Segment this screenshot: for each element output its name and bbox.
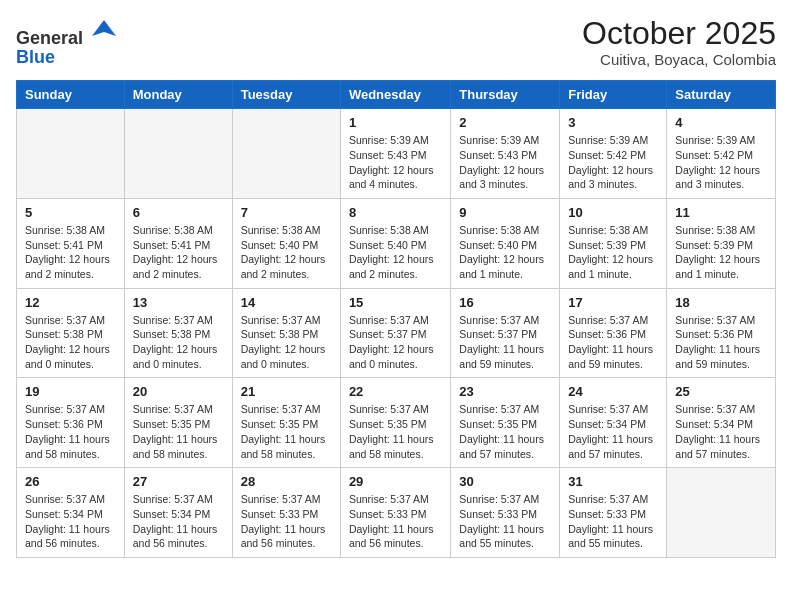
day-cell: 14Sunrise: 5:37 AM Sunset: 5:38 PM Dayli… [232,288,340,378]
day-info: Sunrise: 5:38 AM Sunset: 5:40 PM Dayligh… [349,223,442,282]
day-cell: 23Sunrise: 5:37 AM Sunset: 5:35 PM Dayli… [451,378,560,468]
day-number: 7 [241,205,332,220]
week-row-1: 1Sunrise: 5:39 AM Sunset: 5:43 PM Daylig… [17,109,776,199]
day-number: 10 [568,205,658,220]
day-number: 3 [568,115,658,130]
day-number: 31 [568,474,658,489]
day-info: Sunrise: 5:37 AM Sunset: 5:35 PM Dayligh… [459,402,551,461]
day-number: 18 [675,295,767,310]
day-info: Sunrise: 5:37 AM Sunset: 5:33 PM Dayligh… [568,492,658,551]
day-number: 28 [241,474,332,489]
week-row-3: 12Sunrise: 5:37 AM Sunset: 5:38 PM Dayli… [17,288,776,378]
day-number: 25 [675,384,767,399]
day-info: Sunrise: 5:38 AM Sunset: 5:40 PM Dayligh… [241,223,332,282]
day-cell [17,109,125,199]
day-info: Sunrise: 5:37 AM Sunset: 5:37 PM Dayligh… [349,313,442,372]
day-cell: 30Sunrise: 5:37 AM Sunset: 5:33 PM Dayli… [451,468,560,558]
day-header-saturday: Saturday [667,81,776,109]
day-cell: 7Sunrise: 5:38 AM Sunset: 5:40 PM Daylig… [232,198,340,288]
day-header-wednesday: Wednesday [340,81,450,109]
day-cell: 10Sunrise: 5:38 AM Sunset: 5:39 PM Dayli… [560,198,667,288]
day-info: Sunrise: 5:39 AM Sunset: 5:42 PM Dayligh… [568,133,658,192]
day-cell: 5Sunrise: 5:38 AM Sunset: 5:41 PM Daylig… [17,198,125,288]
day-info: Sunrise: 5:37 AM Sunset: 5:38 PM Dayligh… [241,313,332,372]
day-cell: 22Sunrise: 5:37 AM Sunset: 5:35 PM Dayli… [340,378,450,468]
day-info: Sunrise: 5:37 AM Sunset: 5:34 PM Dayligh… [25,492,116,551]
month-title: October 2025 [582,16,776,51]
day-cell: 27Sunrise: 5:37 AM Sunset: 5:34 PM Dayli… [124,468,232,558]
day-info: Sunrise: 5:39 AM Sunset: 5:43 PM Dayligh… [459,133,551,192]
day-info: Sunrise: 5:39 AM Sunset: 5:43 PM Dayligh… [349,133,442,192]
day-cell [232,109,340,199]
week-row-4: 19Sunrise: 5:37 AM Sunset: 5:36 PM Dayli… [17,378,776,468]
day-number: 5 [25,205,116,220]
day-header-sunday: Sunday [17,81,125,109]
day-info: Sunrise: 5:37 AM Sunset: 5:36 PM Dayligh… [568,313,658,372]
location: Cuitiva, Boyaca, Colombia [582,51,776,68]
day-info: Sunrise: 5:38 AM Sunset: 5:41 PM Dayligh… [25,223,116,282]
day-number: 17 [568,295,658,310]
logo-icon [90,16,118,44]
day-header-friday: Friday [560,81,667,109]
day-cell [667,468,776,558]
page-header: General Blue October 2025 Cuitiva, Boyac… [16,16,776,68]
week-row-2: 5Sunrise: 5:38 AM Sunset: 5:41 PM Daylig… [17,198,776,288]
day-info: Sunrise: 5:37 AM Sunset: 5:38 PM Dayligh… [25,313,116,372]
day-cell: 11Sunrise: 5:38 AM Sunset: 5:39 PM Dayli… [667,198,776,288]
day-info: Sunrise: 5:37 AM Sunset: 5:34 PM Dayligh… [133,492,224,551]
day-cell: 16Sunrise: 5:37 AM Sunset: 5:37 PM Dayli… [451,288,560,378]
day-cell: 28Sunrise: 5:37 AM Sunset: 5:33 PM Dayli… [232,468,340,558]
day-number: 13 [133,295,224,310]
day-number: 30 [459,474,551,489]
week-row-5: 26Sunrise: 5:37 AM Sunset: 5:34 PM Dayli… [17,468,776,558]
logo-text: General [16,16,118,48]
day-info: Sunrise: 5:37 AM Sunset: 5:37 PM Dayligh… [459,313,551,372]
day-number: 8 [349,205,442,220]
day-info: Sunrise: 5:37 AM Sunset: 5:35 PM Dayligh… [349,402,442,461]
day-cell: 8Sunrise: 5:38 AM Sunset: 5:40 PM Daylig… [340,198,450,288]
day-number: 6 [133,205,224,220]
day-cell: 15Sunrise: 5:37 AM Sunset: 5:37 PM Dayli… [340,288,450,378]
day-cell [124,109,232,199]
day-number: 14 [241,295,332,310]
day-number: 24 [568,384,658,399]
day-cell: 17Sunrise: 5:37 AM Sunset: 5:36 PM Dayli… [560,288,667,378]
day-number: 23 [459,384,551,399]
day-cell: 3Sunrise: 5:39 AM Sunset: 5:42 PM Daylig… [560,109,667,199]
day-number: 4 [675,115,767,130]
day-number: 12 [25,295,116,310]
day-cell: 20Sunrise: 5:37 AM Sunset: 5:35 PM Dayli… [124,378,232,468]
day-info: Sunrise: 5:37 AM Sunset: 5:36 PM Dayligh… [675,313,767,372]
day-info: Sunrise: 5:37 AM Sunset: 5:38 PM Dayligh… [133,313,224,372]
day-cell: 25Sunrise: 5:37 AM Sunset: 5:34 PM Dayli… [667,378,776,468]
day-info: Sunrise: 5:37 AM Sunset: 5:35 PM Dayligh… [133,402,224,461]
day-cell: 18Sunrise: 5:37 AM Sunset: 5:36 PM Dayli… [667,288,776,378]
day-cell: 12Sunrise: 5:37 AM Sunset: 5:38 PM Dayli… [17,288,125,378]
day-info: Sunrise: 5:37 AM Sunset: 5:34 PM Dayligh… [675,402,767,461]
day-info: Sunrise: 5:37 AM Sunset: 5:33 PM Dayligh… [459,492,551,551]
day-info: Sunrise: 5:38 AM Sunset: 5:39 PM Dayligh… [675,223,767,282]
day-cell: 31Sunrise: 5:37 AM Sunset: 5:33 PM Dayli… [560,468,667,558]
day-number: 19 [25,384,116,399]
day-cell: 29Sunrise: 5:37 AM Sunset: 5:33 PM Dayli… [340,468,450,558]
day-number: 16 [459,295,551,310]
day-info: Sunrise: 5:37 AM Sunset: 5:33 PM Dayligh… [241,492,332,551]
day-number: 9 [459,205,551,220]
title-area: October 2025 Cuitiva, Boyaca, Colombia [582,16,776,68]
calendar-header-row: SundayMondayTuesdayWednesdayThursdayFrid… [17,81,776,109]
logo: General Blue [16,16,118,66]
day-number: 22 [349,384,442,399]
day-info: Sunrise: 5:37 AM Sunset: 5:34 PM Dayligh… [568,402,658,461]
day-cell: 4Sunrise: 5:39 AM Sunset: 5:42 PM Daylig… [667,109,776,199]
calendar: SundayMondayTuesdayWednesdayThursdayFrid… [16,80,776,558]
day-header-thursday: Thursday [451,81,560,109]
day-number: 20 [133,384,224,399]
day-info: Sunrise: 5:38 AM Sunset: 5:39 PM Dayligh… [568,223,658,282]
day-header-monday: Monday [124,81,232,109]
day-number: 1 [349,115,442,130]
day-number: 2 [459,115,551,130]
day-cell: 26Sunrise: 5:37 AM Sunset: 5:34 PM Dayli… [17,468,125,558]
day-info: Sunrise: 5:38 AM Sunset: 5:41 PM Dayligh… [133,223,224,282]
day-cell: 24Sunrise: 5:37 AM Sunset: 5:34 PM Dayli… [560,378,667,468]
day-info: Sunrise: 5:37 AM Sunset: 5:35 PM Dayligh… [241,402,332,461]
